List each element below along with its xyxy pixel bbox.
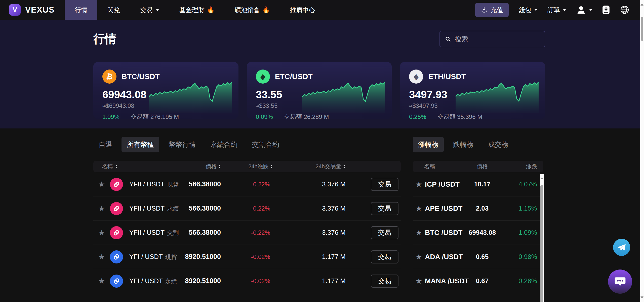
pair-name: YFII / USDT <box>129 205 165 212</box>
orders-menu[interactable]: 訂單 <box>547 6 566 14</box>
market-card-eth[interactable]: ◆ETH/USDT3497.93≈$3497.930.25%交易額 35.396… <box>400 62 545 119</box>
scroll-up-arrow-icon[interactable] <box>540 177 543 179</box>
board-tab-2[interactable]: 成交榜 <box>483 137 514 152</box>
app-download-button[interactable] <box>602 5 610 14</box>
sparkline-chart <box>302 76 385 113</box>
board-row-3[interactable]: ★ADA /USDT0.650.98% <box>413 245 543 269</box>
trade-button[interactable]: 交易 <box>371 275 398 288</box>
trade-button[interactable]: 交易 <box>371 202 398 215</box>
main-nav: 行情閃兌交易基金理財🔥礦池鎖倉🔥推廣中心 <box>65 0 325 20</box>
nav-item-3[interactable]: 基金理財🔥 <box>169 0 225 20</box>
hero-section: 行情 ₿BTC/USDT69943.08≈$69943.081.09%交易額 2… <box>0 20 644 128</box>
board-pair-price: 0.65 <box>476 253 489 261</box>
board-pair-price: 18.17 <box>474 180 490 188</box>
deposit-button[interactable]: 充值 <box>475 3 509 17</box>
pair-price: 566.38000 <box>189 205 221 212</box>
nav-item-4[interactable]: 礦池鎖倉🔥 <box>225 0 280 20</box>
table-row-2[interactable]: ★YFII / USDT交割566.38000-0.22%3.376 M交易 <box>93 221 401 245</box>
search-box[interactable] <box>439 31 545 47</box>
favorite-star-icon[interactable]: ★ <box>93 228 110 237</box>
brand[interactable]: V VEXUS <box>9 4 55 16</box>
header-name[interactable]: 名稱 <box>93 163 171 170</box>
scrollbar-thumb[interactable] <box>540 185 543 302</box>
trade-button[interactable]: 交易 <box>371 226 398 239</box>
pair-24h-change: -0.22% <box>251 181 270 188</box>
board-pair-price: 0.67 <box>476 277 489 285</box>
scrollbar-thumb[interactable] <box>641 17 643 41</box>
pair-24h-change: -0.22% <box>251 205 270 212</box>
board-header-name: 名稱 <box>413 163 465 170</box>
board-header-price: 價格 <box>477 163 488 170</box>
chat-bubble-icon <box>613 275 627 288</box>
market-tab-4[interactable]: 交割合約 <box>247 137 285 152</box>
pair-24h-volume: 3.376 M <box>322 180 346 188</box>
favorite-star-icon[interactable]: ★ <box>93 252 110 261</box>
trade-button[interactable]: 交易 <box>371 178 398 191</box>
favorite-star-icon[interactable]: ★ <box>93 204 110 213</box>
favorite-star-icon[interactable]: ★ <box>413 277 425 285</box>
pair-24h-change: -0.22% <box>251 229 270 236</box>
yfii-coin-icon <box>110 226 123 239</box>
language-globe-button[interactable] <box>620 5 629 15</box>
etc-coin-icon: ◆ <box>256 70 270 84</box>
market-card-etc[interactable]: ◆ETC/USDT33.55≈$33.550.09%交易額 26.289 M <box>247 62 392 119</box>
deposit-tray-icon <box>481 7 488 13</box>
table-row-1[interactable]: ★YFII / USDT永續566.38000-0.22%3.376 M交易 <box>93 196 401 221</box>
scroll-down-arrow-icon[interactable] <box>640 296 643 298</box>
market-type: 永續 <box>165 278 177 284</box>
wallet-menu[interactable]: 錢包 <box>519 6 537 14</box>
leaderboard-header: 名稱價格漲跌 <box>413 161 543 172</box>
market-tabs: 自選所有幣種幣幣行情永續合約交割合約 <box>93 137 401 152</box>
globe-icon <box>620 5 629 15</box>
board-row-0[interactable]: ★ICP /USDT18.174.07% <box>413 172 543 196</box>
market-cards: ₿BTC/USDT69943.08≈$69943.081.09%交易額 276.… <box>93 62 545 119</box>
user-menu[interactable] <box>576 5 592 15</box>
favorite-star-icon[interactable]: ★ <box>93 180 110 189</box>
nav-item-0[interactable]: 行情 <box>65 0 97 20</box>
market-tab-0[interactable]: 自選 <box>93 137 117 152</box>
leaderboard-panel: 漲幅榜跌幅榜成交榜 名稱價格漲跌 ★ICP /USDT18.174.07%★AP… <box>413 137 543 302</box>
chevron-down-icon <box>589 9 592 11</box>
market-card-btc[interactable]: ₿BTC/USDT69943.08≈$69943.081.09%交易額 276.… <box>93 62 238 119</box>
board-row-1[interactable]: ★APE /USDT2.031.15% <box>413 196 543 221</box>
chat-support-fab[interactable] <box>608 270 632 294</box>
favorite-star-icon[interactable]: ★ <box>413 204 425 213</box>
favorite-star-icon[interactable]: ★ <box>93 277 110 285</box>
pair-24h-volume: 1.177 M <box>322 277 346 285</box>
nav-item-2[interactable]: 交易 <box>130 0 169 20</box>
header-price[interactable]: 價格 <box>206 163 221 170</box>
market-tab-2[interactable]: 幣幣行情 <box>163 137 201 152</box>
scroll-up-arrow-icon[interactable] <box>640 4 643 6</box>
pair-name: YFII / USDT <box>129 180 165 188</box>
trade-button[interactable]: 交易 <box>371 250 398 263</box>
search-input[interactable] <box>455 35 540 43</box>
navbar: V VEXUS 行情閃兌交易基金理財🔥礦池鎖倉🔥推廣中心 充值 錢包 訂單 <box>0 0 644 20</box>
favorite-star-icon[interactable]: ★ <box>413 180 425 189</box>
market-tab-3[interactable]: 永續合約 <box>205 137 243 152</box>
leaderboard-scrollbar[interactable] <box>540 174 544 302</box>
table-row-4[interactable]: ★YFI / USDT永續8920.51000-0.02%1.177 M交易 <box>93 269 401 293</box>
market-tab-1[interactable]: 所有幣種 <box>122 137 159 152</box>
table-row-3[interactable]: ★YFI / USDT現貨8920.51000-0.02%1.177 M交易 <box>93 245 401 269</box>
board-pair-name: ADA /USDT <box>425 253 465 261</box>
favorite-star-icon[interactable]: ★ <box>413 252 425 261</box>
pair-price: 566.38000 <box>189 229 221 237</box>
card-volume: 交易額 26.289 M <box>284 113 329 119</box>
yfi-coin-icon <box>110 250 123 263</box>
favorite-star-icon[interactable]: ★ <box>413 228 425 237</box>
header-24h-change[interactable]: 24h漲跌 <box>248 163 273 170</box>
market-type: 現貨 <box>165 254 177 260</box>
header-24h-volume[interactable]: 24h交易量 <box>315 163 346 170</box>
nav-item-1[interactable]: 閃兌 <box>97 0 130 20</box>
board-tab-0[interactable]: 漲幅榜 <box>413 137 444 152</box>
board-row-2[interactable]: ★BTC /USDT69943.081.09% <box>413 221 543 245</box>
nav-item-5[interactable]: 推廣中心 <box>280 0 325 20</box>
card-volume: 交易額 276.195 M <box>131 113 179 119</box>
pair-price: 566.38000 <box>189 180 221 188</box>
board-tab-1[interactable]: 跌幅榜 <box>448 137 479 152</box>
board-row-4[interactable]: ★MANA /USDT0.670.28% <box>413 269 543 293</box>
table-row-0[interactable]: ★YFII / USDT現貨566.38000-0.22%3.376 M交易 <box>93 172 401 196</box>
page-scrollbar[interactable] <box>640 0 644 302</box>
navbar-right: 充值 錢包 訂單 <box>475 3 644 17</box>
telegram-fab[interactable] <box>613 239 630 256</box>
